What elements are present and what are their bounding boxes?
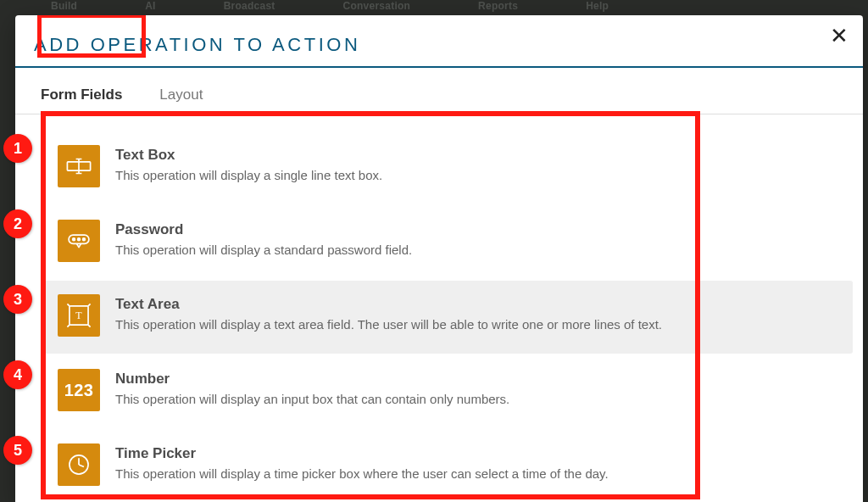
number-icon: 123 (58, 369, 100, 411)
operation-text-area[interactable]: T Text Area This operation will display … (41, 281, 853, 354)
operation-desc: This operation will display a time picke… (115, 466, 609, 482)
close-button[interactable]: ✕ (827, 24, 851, 47)
operation-desc: This operation will display an input box… (115, 391, 509, 408)
textarea-icon: T (58, 294, 100, 337)
operation-text: Number This operation will display an in… (115, 369, 509, 408)
operation-text: Password This operation will display a s… (115, 220, 412, 259)
svg-line-12 (79, 465, 84, 467)
operation-password[interactable]: Password This operation will display a s… (41, 206, 853, 279)
operations-list-area: Text Box This operation will display a s… (15, 114, 863, 502)
svg-text:T: T (75, 310, 82, 321)
operation-desc: This operation will display a text area … (115, 316, 662, 333)
operation-desc: This operation will display a single lin… (115, 167, 382, 184)
operation-number[interactable]: 123 Number This operation will display a… (41, 355, 853, 428)
operation-text-box[interactable]: Text Box This operation will display a s… (41, 131, 853, 204)
clock-icon (58, 443, 100, 486)
password-icon (58, 220, 100, 262)
operation-title: Number (115, 371, 509, 388)
operation-title: Password (115, 221, 412, 238)
tab-form-fields[interactable]: Form Fields (22, 75, 141, 114)
operation-text: Text Box This operation will display a s… (115, 145, 382, 184)
textbox-icon (58, 145, 100, 187)
svg-point-5 (73, 238, 75, 241)
close-icon: ✕ (830, 23, 849, 49)
add-operation-modal: ✕ ADD OPERATION TO ACTION Form Fields La… (15, 15, 863, 502)
operation-title: Text Box (115, 147, 382, 164)
operation-time-picker[interactable]: Time Picker This operation will display … (41, 430, 853, 502)
tab-bar: Form Fields Layout (15, 75, 863, 114)
operation-title: Text Area (115, 296, 662, 313)
operation-text: Time Picker This operation will display … (115, 443, 609, 482)
operation-title: Time Picker (115, 445, 609, 462)
tab-layout[interactable]: Layout (141, 75, 221, 114)
operations-scroll[interactable]: Text Box This operation will display a s… (15, 114, 863, 502)
modal-title: ADD OPERATION TO ACTION (15, 15, 863, 68)
operation-desc: This operation will display a standard p… (115, 242, 412, 259)
operation-text: Text Area This operation will display a … (115, 294, 662, 333)
svg-point-6 (78, 238, 81, 241)
svg-point-7 (83, 238, 86, 241)
